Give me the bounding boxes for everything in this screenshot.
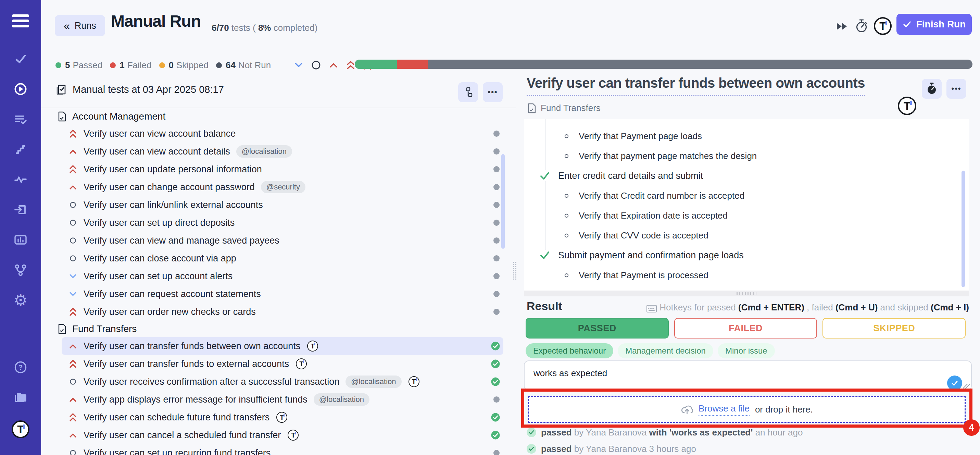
suite-header[interactable]: Account Management — [41, 108, 516, 125]
test-row[interactable]: Verify user can change account password@… — [62, 178, 503, 196]
priority-high-icon — [68, 432, 77, 438]
test-row[interactable]: Verify user can cancel a scheduled fund … — [62, 426, 503, 444]
testomat-logo-icon[interactable]: T — [12, 420, 29, 438]
test-row[interactable]: Verify user can update personal informat… — [62, 160, 503, 178]
test-row[interactable]: Verify user can close account via app — [62, 249, 503, 267]
test-status-notrun-icon — [493, 219, 500, 226]
status-dot-icon — [56, 62, 61, 68]
comment-input[interactable]: works as expected — [524, 361, 972, 391]
test-row[interactable]: Verify user can transfer funds to extern… — [62, 355, 503, 373]
priority-normal-icon — [68, 378, 77, 385]
import-icon[interactable] — [13, 203, 28, 217]
test-row[interactable]: Verify user can view and manage saved pa… — [62, 231, 503, 249]
quick-tag-minor-issue[interactable]: Minor issue — [718, 343, 775, 358]
test-row[interactable]: Verify user can link/unlink external acc… — [62, 196, 503, 214]
priority-highest-icon — [68, 164, 77, 174]
group-by-suites-button[interactable] — [458, 82, 478, 102]
priority-high-icon — [68, 148, 77, 155]
failed-button[interactable]: FAILED — [674, 318, 817, 338]
test-row[interactable]: Verify user can order new checks or card… — [62, 303, 503, 321]
test-suite-breadcrumb[interactable]: Fund Transfers — [527, 103, 601, 113]
browse-file-link[interactable]: Browse a file — [698, 403, 749, 416]
priority-normal-icon — [68, 219, 77, 226]
app-root: ⚙ ? T « Runs Manual Run 6/70 tests ( 8% … — [0, 0, 980, 455]
test-status-notrun-icon — [493, 148, 500, 155]
step-item[interactable]: Enter credit card details and submit — [524, 166, 969, 186]
back-to-runs-button[interactable]: « Runs — [55, 15, 105, 36]
skipped-button[interactable]: SKIPPED — [822, 318, 966, 338]
test-status-notrun-icon — [493, 396, 500, 403]
testomat-header-logo-icon[interactable]: T — [874, 17, 892, 35]
submit-comment-button[interactable] — [947, 375, 962, 391]
list-scrollbar[interactable] — [501, 154, 505, 249]
test-row[interactable]: Verify user can set up recurring fund tr… — [62, 444, 503, 455]
test-row[interactable]: Verify app displays error message for in… — [62, 391, 503, 409]
double-caret-up-icon[interactable] — [346, 60, 355, 70]
branch-icon[interactable] — [13, 263, 28, 277]
test-timer-button[interactable] — [922, 79, 942, 99]
circle-outline-icon[interactable] — [311, 60, 321, 70]
test-more-options-button[interactable]: ••• — [947, 79, 966, 99]
test-tag: @security — [261, 181, 305, 193]
test-status-notrun-icon — [493, 308, 500, 315]
test-row[interactable]: Verify user receives confirmation after … — [62, 373, 503, 391]
fast-forward-icon[interactable] — [836, 21, 848, 32]
stopwatch-icon[interactable] — [855, 19, 868, 34]
quick-tag-expected-behaviour[interactable]: Expected behaviour — [526, 343, 613, 358]
substep-item[interactable]: Verify that Payment is processed — [524, 265, 969, 285]
panel-resize-grip[interactable] — [513, 262, 516, 279]
substep-item[interactable]: Verify that Credit card number is accept… — [524, 186, 969, 206]
steps-stairs-icon[interactable] — [13, 142, 28, 156]
substep-item[interactable]: Verify that payment page matches the des… — [524, 146, 969, 166]
projects-folder-icon[interactable] — [13, 390, 28, 405]
settings-gear-icon[interactable]: ⚙ — [13, 293, 28, 307]
test-row[interactable]: Verify user can set up account alerts — [62, 267, 503, 285]
priority-highest-icon — [68, 129, 77, 139]
test-status-passed-icon — [491, 342, 500, 351]
comment-resize-grip[interactable] — [963, 384, 970, 391]
test-detail-title[interactable]: Verify user can transfer funds between o… — [527, 75, 865, 96]
substep-item[interactable]: Verify that CVV code is accepted — [524, 225, 969, 245]
runs-play-icon[interactable] — [13, 82, 28, 96]
priority-high-icon — [68, 184, 77, 190]
substep-bullet-icon — [564, 273, 569, 278]
run-progress-summary: 6/70 tests ( 8% completed) — [212, 22, 317, 33]
substep-item[interactable]: Verify that Payment page loads — [524, 126, 969, 146]
pulse-activity-icon[interactable] — [13, 172, 28, 187]
quick-tag-management-decision[interactable]: Management decision — [618, 343, 713, 358]
test-status-passed-icon — [491, 377, 500, 386]
priority-highest-icon — [68, 412, 77, 422]
steps-scrollbar[interactable] — [961, 171, 965, 287]
step-item[interactable]: Submit payment and confirmation page loa… — [524, 245, 969, 265]
test-row[interactable]: Verify user can request account statemen… — [62, 285, 503, 303]
passed-button[interactable]: PASSED — [526, 318, 669, 338]
hamburger-menu-icon[interactable] — [12, 14, 29, 27]
test-status-notrun-icon — [493, 184, 500, 190]
stat-skipped: 0Skipped — [159, 60, 208, 70]
substep-item[interactable]: Verify that Expiration date is accepted — [524, 206, 969, 225]
plans-list-check-icon[interactable] — [13, 112, 28, 126]
help-icon[interactable]: ? — [13, 360, 28, 375]
stat-not-run: 64Not Run — [216, 60, 271, 70]
chevron-down-icon[interactable] — [294, 62, 303, 69]
test-tag: @localisation — [236, 145, 292, 158]
test-automated-logo-icon: T — [898, 97, 916, 115]
file-upload-dropzone[interactable]: Browse a file or drop it here. — [528, 396, 966, 423]
tests-check-icon[interactable] — [13, 52, 28, 66]
annotation-badge: 4 — [963, 419, 980, 436]
automated-test-icon: T — [288, 429, 299, 441]
test-row[interactable]: Verify user can transfer funds between o… — [62, 337, 503, 355]
suite-header[interactable]: Fund Transfers — [41, 321, 516, 337]
status-dot-icon — [216, 62, 222, 68]
caret-up-icon[interactable] — [329, 62, 338, 69]
finish-run-button[interactable]: Finish Run — [896, 14, 972, 35]
drop-hint-text: or drop it here. — [755, 404, 813, 415]
steps-resize-handle[interactable] — [524, 291, 969, 296]
test-row[interactable]: Verify user can set up direct deposits — [62, 214, 503, 231]
test-row[interactable]: Verify user can view account details@loc… — [62, 142, 503, 160]
test-status-notrun-icon — [493, 166, 500, 173]
test-row[interactable]: Verify user can schedule future fund tra… — [62, 409, 503, 426]
run-more-options-button[interactable]: ••• — [483, 82, 503, 102]
analytics-chart-icon[interactable] — [13, 233, 28, 247]
test-row[interactable]: Verify user can view account balance — [62, 125, 503, 142]
